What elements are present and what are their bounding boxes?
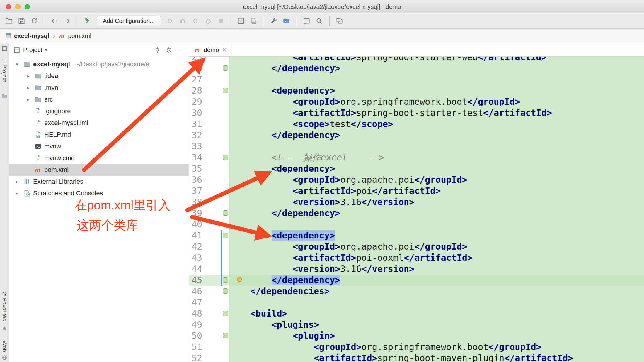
code-text[interactable]: <groupId>org.springframework.boot</group… [229, 341, 644, 353]
hide-panel-icon[interactable] [176, 45, 185, 54]
code-text[interactable]: <build> [229, 308, 644, 319]
code-text[interactable] [229, 297, 644, 308]
code-text[interactable]: <groupId>org.apache.poi</groupId> [229, 174, 644, 185]
folder-icon [23, 60, 31, 68]
chevron-down-icon[interactable]: ▾ [45, 47, 47, 53]
line-number: 28 [192, 85, 202, 96]
expander-closed-icon[interactable]: ▸ [13, 190, 21, 197]
tree-item-Scratches and Consoles[interactable]: ▸Scratches and Consoles [9, 187, 189, 199]
tree-item-.idea[interactable]: ▸.idea [9, 70, 189, 82]
project-panel-title[interactable]: Project [23, 46, 42, 53]
toolwindow-tab-project[interactable]: 1: Project [1, 58, 8, 82]
expander-closed-icon[interactable]: ▸ [24, 97, 32, 103]
sync-icon[interactable] [29, 16, 39, 26]
code-text[interactable]: <groupId>org.apache.poi</groupId> [229, 241, 644, 252]
toolwindow-tab-web[interactable]: Web [1, 341, 8, 352]
tree-item-pom.xml[interactable]: mpom.xml [9, 164, 189, 176]
gutter-cell: 32 [189, 130, 229, 141]
search-icon[interactable] [314, 16, 325, 26]
fold-marker-icon[interactable] [223, 233, 228, 238]
open-folder-icon[interactable] [4, 16, 14, 26]
coverage-icon[interactable] [190, 16, 201, 26]
project-structure-icon[interactable] [281, 16, 292, 26]
code-text[interactable]: <version>3.16</version> [229, 197, 644, 208]
code-editor[interactable]: 25 <artifactId>spring-boot-starter-web</… [189, 57, 644, 362]
maven-icon: m [59, 32, 66, 39]
toolwindow-tab-favorites[interactable]: 2: Favorites [1, 292, 8, 321]
wrench-icon[interactable] [269, 16, 279, 26]
tree-item-mvnw[interactable]: mvnw [9, 141, 189, 152]
add-configuration-button[interactable]: Add Configuration... [97, 16, 161, 26]
code-text[interactable]: <scope>test</scope> [229, 119, 644, 130]
back-icon[interactable] [49, 16, 59, 26]
code-text[interactable]: </dependency> [229, 130, 644, 141]
breadcrumb-item-pom.xml[interactable]: mpom.xml [59, 32, 91, 39]
forward-icon[interactable] [62, 16, 72, 26]
code-text[interactable]: </dependency> [229, 275, 644, 286]
tree-item-excel-mysql.iml[interactable]: excel-mysql.iml [9, 117, 189, 129]
code-text[interactable]: <artifactId>spring-boot-maven-plugin</ar… [229, 353, 644, 362]
line-number: 32 [192, 130, 202, 141]
code-text[interactable] [229, 74, 644, 85]
editor-tab-demo[interactable]: m demo × [189, 43, 232, 56]
expander-closed-icon[interactable]: ▸ [13, 179, 21, 185]
fold-marker-icon[interactable] [223, 288, 228, 294]
save-icon[interactable] [16, 16, 27, 26]
breadcrumb-item-excel-mysql[interactable]: excel-mysql [5, 32, 49, 39]
code-text[interactable]: <plugin> [229, 330, 644, 341]
tree-item-mvnw.cmd[interactable]: mvnw.cmd [9, 152, 189, 164]
fold-marker-icon[interactable] [223, 210, 228, 216]
copy-files-icon[interactable] [248, 16, 259, 26]
tree-item-HELP.md[interactable]: MDHELP.md [9, 129, 189, 141]
vcs-change-bar [221, 275, 222, 286]
fold-marker-icon[interactable] [223, 277, 228, 283]
code-text[interactable]: <dependency> [229, 163, 644, 174]
code-text[interactable] [229, 219, 644, 230]
fold-marker-icon[interactable] [223, 311, 228, 316]
locate-icon[interactable] [153, 45, 162, 54]
gear-icon[interactable] [164, 45, 173, 54]
code-text[interactable] [229, 141, 644, 152]
code-text[interactable]: <artifactId>poi-ooxml</artifactId> [229, 252, 644, 263]
tree-item-External Libraries[interactable]: ▸External Libraries [9, 176, 189, 187]
fold-marker-icon[interactable] [223, 155, 228, 160]
run-icon[interactable] [165, 16, 176, 26]
tabs-icon[interactable] [334, 16, 345, 26]
expander-open-icon[interactable]: ▾ [13, 61, 21, 67]
stop-icon[interactable] [216, 16, 226, 26]
close-tab-icon[interactable]: × [222, 46, 226, 53]
tree-item-.mvn[interactable]: ▸.mvn [9, 82, 189, 94]
frame-icon[interactable] [301, 16, 312, 26]
minimize-window-button[interactable] [15, 4, 21, 9]
gutter-cell: 29 [189, 96, 229, 107]
debug-icon[interactable] [178, 16, 188, 26]
build-hammer-icon[interactable] [82, 16, 92, 26]
code-text[interactable]: <artifactId>spring-boot-starter-test</ar… [229, 107, 644, 119]
tree-item-excel-mysql[interactable]: ▾excel-mysql~/Desktop/java2/jiaoxue/e [9, 58, 189, 70]
code-text[interactable]: <plugins> [229, 319, 644, 330]
fold-marker-icon[interactable] [223, 65, 228, 71]
code-text[interactable]: </dependencies> [229, 286, 644, 297]
code-text[interactable]: <dependency> [229, 85, 644, 96]
gutter-cell: 52 [189, 353, 229, 362]
profiler-icon[interactable] [203, 16, 214, 26]
expander-closed-icon[interactable]: ▸ [24, 73, 32, 79]
intention-bulb-icon[interactable] [235, 276, 244, 285]
code-text[interactable]: </dependency> [229, 63, 644, 74]
code-text[interactable]: <version>3.16</version> [229, 263, 644, 275]
code-text[interactable]: </dependency> [229, 208, 644, 219]
fold-marker-icon[interactable] [223, 333, 228, 338]
code-text[interactable]: <dependency> [229, 230, 644, 241]
close-window-button[interactable] [6, 4, 11, 9]
tree-item-src[interactable]: ▸src [9, 94, 189, 105]
tree-item-.gitignore[interactable]: .gitignore [9, 105, 189, 117]
code-text[interactable]: <groupId>org.springframework.boot</group… [229, 96, 644, 107]
navigation-bar: excel-mysql›mpom.xml [0, 29, 644, 43]
update-project-icon[interactable] [236, 16, 246, 26]
expander-closed-icon[interactable]: ▸ [24, 85, 32, 91]
code-text[interactable]: <!-- 操作excel --> [229, 152, 644, 163]
zoom-window-button[interactable] [25, 4, 30, 9]
code-text[interactable]: <artifactId>poi</artifactId> [229, 185, 644, 197]
fold-marker-icon[interactable] [223, 88, 228, 93]
code-text[interactable]: <artifactId>spring-boot-starter-web</art… [229, 57, 644, 63]
